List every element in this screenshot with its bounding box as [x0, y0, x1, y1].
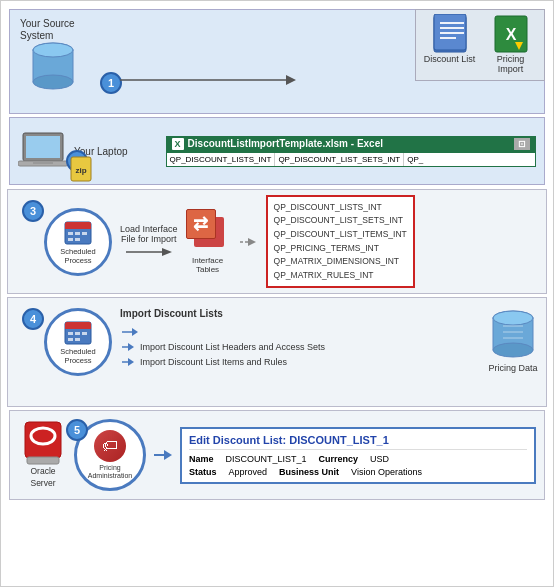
svg-rect-9: [440, 37, 456, 39]
step1-arrow: [110, 65, 310, 95]
svg-point-46: [493, 343, 533, 357]
excel-title-bar: X DiscountListImportTemplate.xlsm - Exce…: [166, 136, 536, 152]
pricing-import-label: Pricing Import: [483, 54, 538, 74]
svg-point-15: [33, 43, 73, 57]
svg-rect-27: [75, 232, 80, 235]
svg-rect-7: [440, 27, 464, 29]
pricing-db-icon: [488, 308, 538, 363]
source-label-line1: Your Source: [20, 18, 75, 29]
business-unit-value: Vision Operations: [351, 467, 422, 477]
edit-discount-row2: Status Approved Business Unit Vision Ope…: [189, 467, 527, 477]
currency-label: Currency: [319, 454, 359, 464]
excel-col-row: QP_DISCOUNT_LISTS_INT QP_DISCOUNT_LIST_S…: [166, 152, 536, 167]
svg-point-47: [493, 311, 533, 325]
pricing-admin-icon: 🏷: [94, 430, 126, 462]
oracle-server-area: Oracle Server: [18, 421, 68, 488]
svg-rect-18: [26, 136, 60, 158]
load-arrow: [124, 244, 174, 260]
import-sub2-row: Import Discount List Items and Rules: [120, 356, 480, 368]
section5: 5 Oracle Server 🏷 Pricing Administration: [9, 410, 545, 500]
arrow-to-list: [238, 234, 258, 250]
status-label: Status: [189, 467, 217, 477]
oracle-server-icon: [24, 421, 62, 465]
import-sub2-label: Import Discount List Items and Rules: [140, 357, 287, 367]
calendar-icon-3: [64, 219, 92, 245]
interface-tables-label: Interface Tables: [192, 256, 223, 274]
excel-col-2: QP_DISCOUNT_LIST_SETS_INT: [275, 153, 404, 166]
scheduled-label-4: Scheduled Process: [60, 347, 95, 365]
status-value: Approved: [229, 467, 268, 477]
svg-text:zip: zip: [75, 166, 86, 175]
table-list-box: QP_DISCOUNT_LISTS_INT QP_DISCOUNT_LIST_S…: [266, 195, 415, 289]
svg-marker-43: [128, 358, 134, 366]
table-list-item-5: QP_MATRIX_DIMENSIONS_INT: [274, 255, 407, 269]
svg-rect-40: [75, 338, 80, 341]
zip-icon: zip: [70, 156, 92, 182]
import-sub1-label: Import Discount List Headers and Access …: [140, 342, 325, 352]
svg-marker-41: [132, 328, 138, 336]
svg-rect-37: [75, 332, 80, 335]
table-list-item-6: QP_MATRIX_RULES_INT: [274, 269, 407, 283]
discount-list-label: Discount List: [424, 54, 476, 64]
scheduled-process-circle-3: Scheduled Process: [44, 208, 112, 276]
svg-marker-31: [162, 248, 172, 256]
pricing-data-label: Pricing Data: [488, 363, 537, 373]
excel-box: X DiscountListImportTemplate.xlsm - Exce…: [166, 136, 536, 167]
name-value: DISCOUNT_LIST_1: [226, 454, 307, 464]
oracle-server-label: Oracle Server: [30, 466, 55, 488]
excel-col-3: QP_: [404, 153, 426, 166]
source-db-icon: [28, 40, 78, 95]
pricing-admin-label: Pricing Administration: [88, 464, 132, 481]
iface-front: ⇄: [186, 209, 216, 239]
load-interface-area: Load Interface File for Import: [120, 224, 178, 260]
svg-rect-26: [68, 232, 73, 235]
section3: 3 Scheduled Process: [7, 189, 547, 294]
section4: 4 Scheduled Process: [7, 297, 547, 407]
edit-discount-box: Edit Discount List: DISCOUNT_LIST_1 Name…: [180, 427, 536, 484]
main-container: Discount List X Pricing Import Your Sour…: [0, 0, 554, 587]
edit-discount-title: Edit Discount List: DISCOUNT_LIST_1: [189, 434, 527, 450]
pricing-import-icon-box[interactable]: X Pricing Import: [483, 16, 538, 74]
arrow-to-edit: [152, 447, 174, 463]
discount-list-icon-box[interactable]: Discount List: [422, 16, 477, 74]
interface-tables-area: ⇄ Interface Tables: [186, 209, 230, 274]
svg-rect-35: [65, 327, 91, 329]
laptop-icon: [18, 131, 68, 171]
step-5-circle: 5: [66, 419, 88, 441]
edit-discount-row1: Name DISCOUNT_LIST_1 Currency USD: [189, 454, 527, 464]
import-sub1-row: Import Discount List Headers and Access …: [120, 341, 480, 353]
scheduled-process-circle-4: Scheduled Process: [44, 308, 112, 376]
table-list: QP_DISCOUNT_LISTS_INT QP_DISCOUNT_LIST_S…: [274, 201, 407, 283]
laptop-section: Your Laptop 2 zip X DiscountListImportTe…: [9, 117, 545, 185]
svg-rect-39: [68, 338, 73, 341]
svg-point-14: [33, 75, 73, 89]
business-unit-label: Business Unit: [279, 467, 339, 477]
svg-marker-16: [286, 75, 296, 85]
svg-text:X: X: [505, 26, 516, 43]
top-icons-area: Discount List X Pricing Import: [415, 9, 545, 81]
name-label: Name: [189, 454, 214, 464]
import-title: Import Discount Lists: [120, 308, 480, 319]
excel-col-1: QP_DISCOUNT_LISTS_INT: [167, 153, 276, 166]
svg-rect-53: [27, 457, 59, 464]
scheduled-label-3: Scheduled Process: [60, 247, 95, 265]
svg-rect-29: [68, 238, 73, 241]
arrow-sub1-icon: [120, 341, 136, 353]
excel-x-icon: X: [172, 138, 184, 150]
svg-marker-54: [164, 450, 172, 460]
interface-tables-icon: ⇄: [186, 209, 230, 253]
svg-rect-38: [82, 332, 87, 335]
svg-rect-28: [82, 232, 87, 235]
currency-value: USD: [370, 454, 389, 464]
zip-area: zip: [70, 156, 92, 182]
svg-rect-6: [440, 22, 464, 24]
import-labels-area: Import Discount Lists Import Discount Li…: [120, 304, 480, 368]
table-list-item-4: QP_PRICING_TERMS_INT: [274, 242, 407, 256]
svg-marker-32: [248, 238, 256, 246]
excel-restore-btn[interactable]: ⊡: [514, 138, 530, 150]
svg-rect-36: [68, 332, 73, 335]
svg-marker-42: [128, 343, 134, 351]
pricing-import-icon: X: [493, 16, 529, 52]
step-3-circle: 3: [22, 200, 44, 222]
excel-title-text: DiscountListImportTemplate.xlsm - Excel: [188, 138, 383, 149]
